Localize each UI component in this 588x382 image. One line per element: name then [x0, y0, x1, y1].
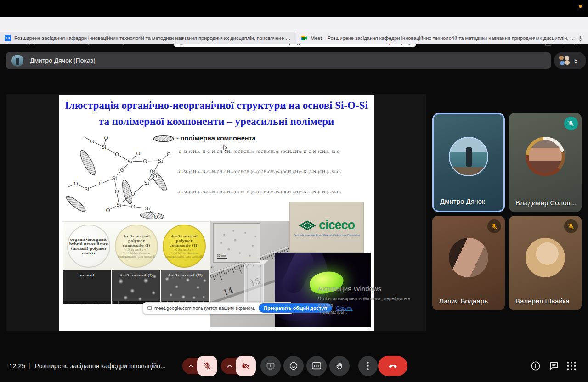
tab-title: Розширене засідання кафедри інноваційних… — [14, 35, 291, 41]
presenter-name: Дмитро Дячок (Показ) — [30, 57, 96, 64]
share-message: meet.google.com пользуется вашим экраном… — [154, 305, 255, 311]
monitor-icon — [147, 306, 152, 310]
slide-title: Ілюстрація органічно-неорганічної структ… — [63, 98, 369, 129]
captions-button[interactable]: CC — [306, 356, 327, 376]
raise-hand-button[interactable] — [329, 356, 350, 376]
polymer-chain-formulas: –O–Si–(CH₂)₃–N–C–N–CH–CH₂–(OCHCH₂)a–(OCH… — [177, 147, 372, 203]
tab-meet[interactable]: Meet – Розширене засідання кафедри іннов… — [296, 32, 588, 44]
chain-formula: –O–Si–(CH₂)₃–N–C–N–CH–CH₂–(OCHCH₂)a–(OCH… — [177, 190, 372, 194]
micrograph-metadata-strip — [63, 301, 111, 304]
activities-button[interactable] — [565, 360, 578, 372]
tile-dmytro[interactable]: Дмитро Дячок — [432, 113, 505, 212]
screen-share-bar: meet.google.com пользуется вашим экраном… — [143, 302, 293, 314]
svg-text:O: O — [90, 139, 94, 145]
svg-text:Si: Si — [158, 158, 163, 164]
presenter-banner[interactable]: Дмитро Дячок (Показ) — [6, 52, 551, 69]
tab-strip: 13 Розширене засідання кафедри інновацій… — [0, 32, 588, 44]
svg-text:O: O — [114, 189, 119, 195]
mic-off-button[interactable] — [197, 356, 217, 376]
participant-name: Валерия Швайка — [515, 297, 570, 305]
menubar-strip — [0, 0, 588, 17]
screen: meet.google.com 13 Розширене засідання к… — [0, 0, 588, 382]
participant-name: Дмитро Дячок — [440, 197, 485, 205]
meet-favicon — [301, 35, 307, 41]
mouse-cursor — [223, 144, 228, 152]
chain-formula: –O–Si–(CH₂)₃–N–C–N–CH–CH₂–(OCHCH₂)a–(OCH… — [177, 150, 372, 154]
divider: | — [28, 361, 30, 369]
svg-text:O: O — [143, 158, 147, 164]
present-button[interactable] — [260, 356, 281, 376]
svg-text:Si: Si — [116, 202, 122, 208]
avatar — [526, 137, 565, 176]
svg-text:O: O — [115, 152, 119, 157]
svg-text:Si: Si — [127, 159, 133, 165]
svg-text:O: O — [166, 152, 170, 157]
info-button[interactable] — [529, 360, 542, 372]
mic-off-badge — [487, 219, 501, 233]
svg-text:O: O — [153, 214, 158, 220]
svg-text:O: O — [106, 208, 110, 213]
avatar — [526, 238, 565, 277]
tile-vladimir[interactable]: Владимир Солов... — [509, 113, 582, 212]
svg-text:O: O — [98, 181, 102, 187]
svg-text:Si: Si — [144, 180, 149, 186]
participant-name: Владимир Солов... — [515, 199, 576, 207]
ciceco-subtitle: Centro de Investigação em Materiais Cerâ… — [294, 234, 360, 236]
tile-liliya[interactable]: Лилия Боднарь — [432, 216, 505, 310]
camera-off-button[interactable] — [236, 356, 256, 376]
dish-composite-1: As₂S₃-ureasil polymer composite (I) (0.1… — [115, 225, 158, 268]
ciceco-logo-card: ciceco Centro de Investigação em Materia… — [289, 202, 364, 253]
camera-indicator-dot — [579, 5, 582, 8]
tab-calendar[interactable]: 13 Розширене засідання кафедри інновацій… — [0, 32, 296, 44]
windows-activation-watermark: Активация Windows Чтобы активировать Win… — [318, 285, 424, 316]
ciceco-diamond-icon — [299, 220, 316, 230]
legend-label: - полімерна компонента — [176, 135, 256, 142]
meeting-title: Розширене засідання кафедри інноваційн..… — [35, 362, 171, 370]
svg-text:Si: Si — [84, 186, 90, 192]
mic-off-badge — [564, 117, 578, 130]
avatar — [449, 137, 488, 176]
tab-audio-icon[interactable] — [578, 35, 583, 41]
svg-text:O: O — [153, 174, 157, 180]
avatar — [449, 238, 488, 277]
chain-formula: –O–Si–(CH₂)₃–N–C–N–CH–CH₂–(OCHCH₂)a–(OCH… — [177, 170, 372, 174]
micrograph-composite-1: As₂S₃-ureasil (I) — [112, 270, 160, 304]
dish-composite-2: As₂S₃-ureasil polymer composite (II) (0.… — [163, 225, 206, 268]
micrograph-ureasil: ureasil — [63, 270, 111, 304]
silica-network-diagram: OOOOOOOOOOOOOOOOSiSiSiSiSiSiSiSi — [60, 134, 178, 220]
svg-text:O: O — [104, 135, 108, 141]
figure-label: a — [211, 264, 214, 269]
svg-text:O: O — [130, 191, 135, 197]
clock: 12:25 — [9, 362, 25, 370]
svg-text:Si: Si — [145, 206, 150, 212]
calendar-favicon: 13 — [5, 35, 11, 41]
tile-valeriya[interactable]: Валерия Швайка — [509, 216, 582, 310]
svg-text:25 nm: 25 nm — [217, 254, 226, 257]
svg-text:O: O — [131, 204, 135, 210]
dish-ureasil: organic-inorganic hybrid ureasilicate (u… — [67, 225, 110, 268]
svg-text:O: O — [120, 167, 124, 173]
browser-toolbar: meet.google.com — [0, 17, 588, 32]
more-options-button[interactable] — [358, 356, 378, 376]
presenter-avatar — [11, 55, 23, 67]
participant-count-button[interactable]: 5 — [554, 52, 586, 69]
participant-name: Лилия Боднарь — [439, 297, 488, 305]
sem-micrographs: ureasil As₂S₃-ureasil (I) As₂S₃-ureasil … — [63, 270, 210, 304]
reactions-button[interactable] — [283, 356, 304, 376]
ciceco-wordmark: ciceco — [319, 218, 355, 232]
chat-button[interactable] — [548, 360, 560, 372]
micrograph-composite-2: As₂S₃-ureasil (II) — [161, 270, 209, 304]
participant-avatars-cluster — [559, 55, 571, 66]
tab-title: Meet – Розширене засідання кафедри іннов… — [311, 35, 576, 41]
svg-text:Si: Si — [101, 144, 107, 150]
svg-text:Si: Si — [112, 175, 117, 181]
svg-text:CC: CC — [314, 364, 319, 368]
participant-count: 5 — [574, 57, 577, 64]
svg-text:O: O — [136, 151, 140, 157]
mic-off-badge — [564, 219, 578, 233]
end-call-button[interactable] — [378, 356, 407, 376]
svg-text:O: O — [74, 181, 78, 187]
petri-dish-photo: organic-inorganic hybrid ureasilicate (u… — [63, 221, 210, 270]
